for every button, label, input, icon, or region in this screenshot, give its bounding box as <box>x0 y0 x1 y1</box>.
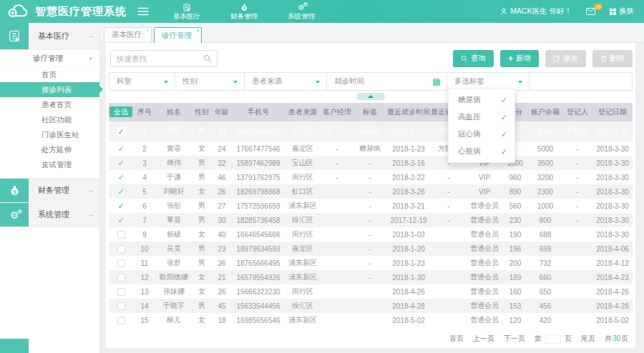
row-checkbox[interactable] <box>117 302 125 310</box>
delete-button[interactable]: 删除 <box>592 50 633 67</box>
svg-text:$: $ <box>243 6 245 11</box>
search-input[interactable] <box>111 51 217 66</box>
add-button[interactable]: + 新增 <box>500 50 539 67</box>
table-row[interactable]: 1 周瑜 男 22 18623656882 松江区 王小丫 高血压 2018-2… <box>109 121 633 141</box>
query-button[interactable]: 查询 <box>453 50 494 67</box>
page-last[interactable]: 尾页 <box>581 334 595 344</box>
hamburger-menu-icon[interactable] <box>137 7 149 16</box>
table-row[interactable]: 9 杨硕 女 40 16646545666 闵行区 - 2018-1-02 普通… <box>109 227 633 242</box>
row-checkbox[interactable] <box>117 127 126 136</box>
table-row[interactable]: 3 傅伟 男 32 15897462989 宝山区 - - 2018-3-16 … <box>109 156 633 170</box>
cell-name: 于谦 <box>156 170 192 184</box>
nav-finance[interactable]: $ 财务管理 <box>230 3 258 20</box>
row-checkbox[interactable] <box>117 187 124 197</box>
sidebar-section-system[interactable]: ⚙⚙ 系统管理– <box>0 203 99 227</box>
filter-visit-time[interactable]: 就诊时间 <box>327 73 447 90</box>
row-checkbox[interactable] <box>117 202 124 211</box>
edit-button[interactable]: 修改 <box>545 50 586 67</box>
skin-button[interactable]: 换肤 <box>610 6 634 16</box>
page-prev[interactable]: 上一页 <box>473 334 494 344</box>
row-checkbox[interactable] <box>117 231 125 239</box>
tag-option[interactable]: 冠心病 <box>449 126 514 143</box>
table-row[interactable]: 15 柳儿 女 18 16985656546 浦东新区 2018-5-02 普通… <box>109 313 633 327</box>
row-checkbox[interactable] <box>117 245 125 253</box>
row-checkbox[interactable] <box>117 259 125 267</box>
page-next[interactable]: 下一页 <box>504 334 525 344</box>
select-all-chip[interactable]: 全选 <box>109 106 132 117</box>
cell-age: 21 <box>212 270 232 284</box>
filter-gender[interactable]: 性别 <box>175 73 245 90</box>
row-checkbox[interactable] <box>117 173 124 182</box>
sidebar-item[interactable]: 首页 <box>0 67 99 82</box>
table-row[interactable]: 7 覃晨 男 30 18285736458 徐汇区 - 2017-12-19 -… <box>109 213 633 227</box>
cell-manager <box>321 199 353 213</box>
cell-doctor <box>431 270 467 284</box>
filter-department[interactable]: 科室 <box>109 73 175 90</box>
cell-registrar: 刘晓庆 <box>562 121 592 141</box>
table-row[interactable]: 10 吴昊 男 23 18979634593 嘉定区 - 2018-1-20 普… <box>109 242 633 256</box>
cell-balance: 1000 <box>528 199 562 213</box>
sidebar-item-label: 社区功能 <box>42 115 72 124</box>
message-badge: 16 <box>594 4 602 10</box>
quick-search <box>110 50 218 67</box>
messages-button[interactable]: 16 <box>586 8 595 15</box>
sidebar-item[interactable]: 接诊列表 <box>0 82 99 97</box>
sidebar-submenu-treatment[interactable]: 诊疗管理 ▸ <box>0 50 99 67</box>
collapse-button[interactable] <box>356 93 385 100</box>
sidebar-item[interactable]: 皮试管理 <box>0 157 99 172</box>
row-checkbox[interactable] <box>117 159 124 168</box>
table-row[interactable]: 4 于谦 男 46 13791762975 闵行区 - - 2018-2-22 … <box>109 170 633 184</box>
tag-option[interactable]: 糖尿病 <box>449 91 514 109</box>
tag-option-label: 糖尿病 <box>458 95 481 105</box>
sidebar-section-basic-medical[interactable]: 基本医疗– <box>0 23 99 50</box>
user-greeting[interactable]: MACK医生 你好！ <box>500 6 572 16</box>
filter-multi-tag[interactable]: 多选标签 <box>447 73 530 90</box>
table-row[interactable]: 12 欧阳德娜 女 21 16579554926 浦东新区 - 2018-1-3… <box>109 270 633 284</box>
cell-phone: 18285736458 <box>232 213 285 227</box>
filter-patient-source[interactable]: 患者来源 <box>245 73 327 90</box>
row-checkbox[interactable] <box>117 274 125 282</box>
cell-tag: 糖尿病 <box>353 141 386 156</box>
table-row[interactable]: 5 刘晓轩 女 26 18269798868 虹口区 - 2018-3-26 -… <box>109 184 633 199</box>
clipboard-icon <box>183 3 190 11</box>
cell-source: 嘉定区 <box>285 141 321 156</box>
table-row[interactable]: 11 张舒 男 36 18765666495 浦东新区 - 2018-1-23 … <box>109 256 633 270</box>
sidebar-item[interactable]: 患者首页 <box>0 97 99 112</box>
sidebar-item[interactable]: 门诊医生站 <box>0 127 99 142</box>
sidebar-section-finance[interactable]: $ 财务管理– <box>0 179 99 203</box>
top-nav: 基本医疗 $ 财务管理 ⚙⚙ 系统管理 <box>173 3 315 20</box>
tag-option[interactable]: 高血压 <box>449 109 514 126</box>
table-row[interactable]: 14 于晓宇 男 45 15633544456 徐汇区 2018-4-28 普通… <box>109 299 633 313</box>
sidebar-item-label: 门诊医生站 <box>42 130 79 139</box>
row-checkbox[interactable] <box>117 317 125 324</box>
search-icon[interactable] <box>203 54 212 63</box>
page-number-input[interactable] <box>545 334 561 344</box>
row-checkbox[interactable] <box>117 216 124 225</box>
row-checkbox[interactable] <box>117 144 124 154</box>
tab[interactable]: 基本医疗 <box>104 27 152 42</box>
nav-basic-medical[interactable]: 基本医疗 <box>173 3 200 20</box>
table-row[interactable]: 2 黄蓉 女 24 17667477546 嘉定区 - 糖尿病 2018-1-2… <box>109 141 633 156</box>
cell-phone: 18269798868 <box>232 184 285 199</box>
cell-doctor <box>431 313 467 327</box>
cell-source: 闵行区 <box>285 284 321 299</box>
row-checkbox[interactable] <box>117 288 125 296</box>
sidebar-item[interactable]: 社区功能 <box>0 112 99 127</box>
tag-option[interactable]: 心脏病 <box>449 143 514 160</box>
gears-icon: ⚙⚙ <box>298 3 305 11</box>
cell-gender: 女 <box>192 313 212 327</box>
collapse-dash-icon: – <box>89 187 93 194</box>
page-first[interactable]: 首页 <box>449 334 464 344</box>
cell-source: 嘉定区 <box>285 242 321 256</box>
nav-system[interactable]: ⚙⚙ 系统管理 <box>288 3 315 20</box>
cell-doctor <box>431 256 467 270</box>
tab[interactable]: 诊疗管理 <box>154 27 202 43</box>
table-row[interactable]: 13 张妹娜 女 26 15666323230 闵行区 2018-4-26 普通… <box>109 284 633 299</box>
cell-age: 24 <box>212 141 232 156</box>
cell-registrar <box>562 270 592 284</box>
nav-label: 基本医疗 <box>173 13 200 20</box>
cell-last-visit: 2017-12-19 <box>386 213 431 227</box>
sidebar-item[interactable]: 处方延伸 <box>0 142 99 157</box>
cell-name: 覃晨 <box>156 213 192 227</box>
table-row[interactable]: 6 张彤 男 27 17572596659 浦东新区 - 2018-3-21 -… <box>109 199 633 213</box>
